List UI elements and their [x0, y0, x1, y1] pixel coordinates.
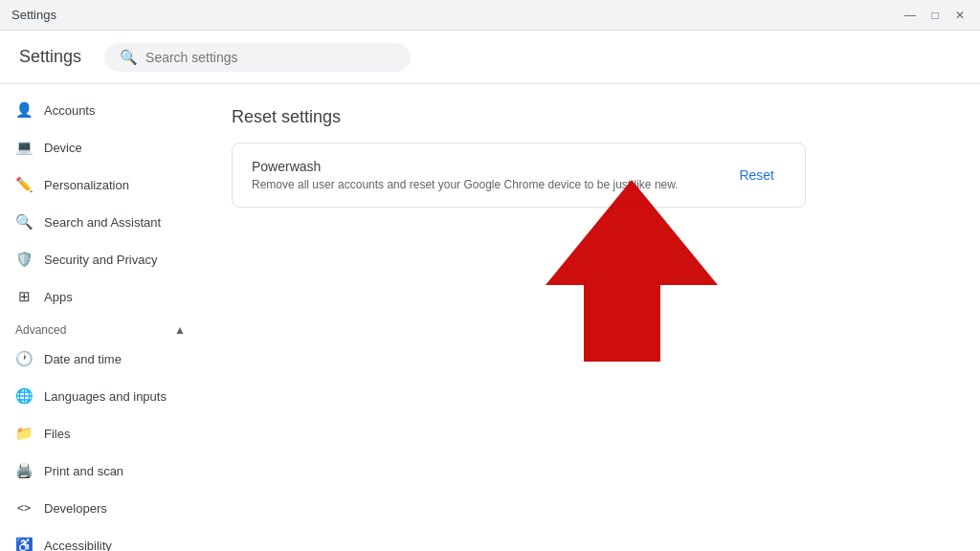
sidebar-item-apps[interactable]: ⊞ Apps: [0, 278, 193, 315]
advanced-section-header[interactable]: Advanced ▲: [0, 316, 201, 341]
sidebar-label-apps: Apps: [44, 290, 73, 304]
chevron-up-icon: ▲: [174, 323, 186, 337]
sidebar-item-accounts[interactable]: 👤 Accounts: [0, 92, 193, 128]
search-input[interactable]: [145, 50, 395, 65]
sidebar-label-date-time: Date and time: [44, 352, 122, 366]
minimize-button[interactable]: —: [902, 7, 919, 24]
sidebar-item-device[interactable]: 💻 Device: [0, 129, 193, 165]
content-area: Reset settings Powerwash Remove all user…: [201, 84, 980, 551]
title-bar-controls: — □ ✕: [902, 7, 969, 24]
sidebar-label-accessibility: Accessibility: [44, 539, 112, 552]
languages-icon: 🌐: [15, 387, 33, 405]
powerwash-card: Powerwash Remove all user accounts and r…: [232, 143, 806, 208]
app-title: Settings: [19, 47, 81, 67]
sidebar-label-security: Security and Privacy: [44, 253, 158, 267]
sidebar-item-files[interactable]: 📁 Files: [0, 415, 193, 452]
card-title: Powerwash: [252, 159, 679, 174]
sidebar-item-search-assistant[interactable]: 🔍 Search and Assistant: [0, 204, 193, 240]
security-icon: 🛡️: [15, 251, 33, 268]
device-icon: 💻: [15, 139, 33, 156]
personalization-icon: ✏️: [15, 176, 33, 193]
sidebar-item-security-privacy[interactable]: 🛡️ Security and Privacy: [0, 241, 193, 277]
sidebar-item-developers[interactable]: <> Developers: [0, 490, 193, 526]
sidebar-label-print-scan: Print and scan: [44, 464, 123, 478]
accounts-icon: 👤: [15, 101, 33, 119]
page-title: Reset settings: [232, 107, 949, 127]
print-scan-icon: 🖨️: [15, 462, 33, 479]
sidebar-item-date-time[interactable]: 🕐 Date and time: [0, 341, 193, 377]
sidebar-item-accessibility[interactable]: ♿ Accessibility: [0, 527, 193, 551]
sidebar-item-personalization[interactable]: ✏️ Personalization: [0, 166, 193, 203]
card-text: Powerwash Remove all user accounts and r…: [252, 159, 679, 191]
close-button[interactable]: ✕: [951, 7, 969, 24]
maximize-button[interactable]: □: [926, 7, 944, 24]
top-bar: Settings 🔍: [0, 31, 980, 84]
developers-icon: <>: [15, 499, 33, 517]
sidebar-label-accounts: Accounts: [44, 103, 95, 118]
advanced-label: Advanced: [15, 323, 66, 337]
search-icon: 🔍: [120, 49, 138, 66]
sidebar-label-languages: Languages and inputs: [44, 389, 167, 404]
title-bar: Settings — □ ✕: [0, 0, 980, 31]
sidebar-label-device: Device: [44, 141, 82, 155]
sidebar-label-search: Search and Assistant: [44, 215, 161, 230]
sidebar-label-files: Files: [44, 427, 70, 441]
sidebar-label-personalization: Personalization: [44, 178, 129, 192]
sidebar: 👤 Accounts 💻 Device ✏️ Personalization 🔍…: [0, 84, 201, 551]
reset-button[interactable]: Reset: [727, 162, 786, 188]
accessibility-icon: ♿: [15, 537, 33, 551]
search-assistant-icon: 🔍: [15, 213, 33, 231]
sidebar-item-print-scan[interactable]: 🖨️ Print and scan: [0, 452, 193, 489]
title-bar-title: Settings: [11, 8, 56, 22]
date-time-icon: 🕐: [15, 350, 33, 367]
sidebar-label-developers: Developers: [44, 501, 107, 516]
sidebar-item-languages[interactable]: 🌐 Languages and inputs: [0, 378, 193, 414]
files-icon: 📁: [15, 425, 33, 442]
main-area: 👤 Accounts 💻 Device ✏️ Personalization 🔍…: [0, 84, 980, 551]
apps-icon: ⊞: [15, 288, 33, 305]
card-description: Remove all user accounts and reset your …: [252, 178, 679, 191]
search-box[interactable]: 🔍: [104, 43, 411, 72]
